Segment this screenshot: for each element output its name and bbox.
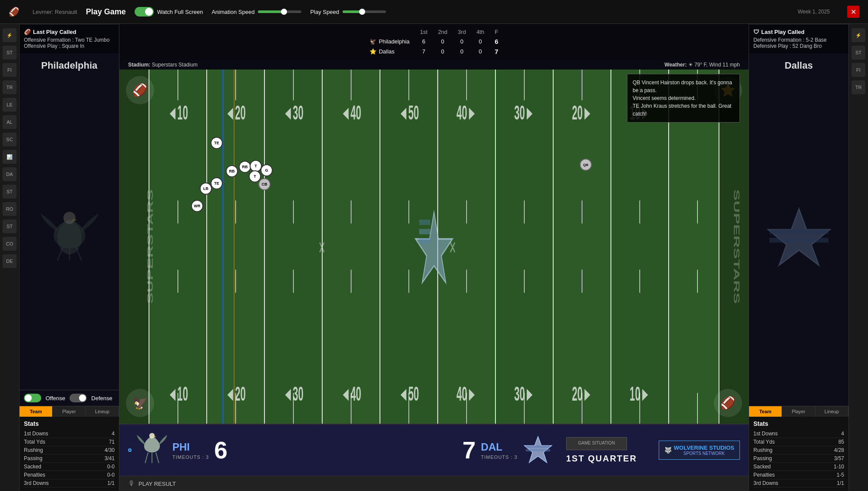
dal-q4: 0 [471,46,489,56]
right-stats-panel: Stats 1st Downs4 Total Yds85 Rushing4/28… [749,417,848,491]
player-rb-2[interactable]: RB [239,161,251,173]
right-stat-row-passing: Passing3/57 [753,455,844,463]
sidebar-icon-8[interactable]: 📊 [3,150,17,164]
phi-score-display: 6 [214,438,228,462]
mic-icon: 🎙 [128,480,135,488]
player-te-1[interactable]: TE [211,137,223,149]
app-logo: 🏈 [9,7,20,17]
right-tab-player[interactable]: Player [782,406,815,417]
stadium-info: Stadium: Superstars Stadium [128,62,198,68]
dallas-star-logo [764,205,834,275]
offense-toggle[interactable] [24,394,41,402]
main-area: ⚡ ST FI TR LE AL SC 📊 DA ST RO ST CO DE … [0,24,868,491]
svg-rect-86 [419,219,430,225]
studio-icon: 🐺 [664,447,672,454]
phi-q1: 6 [415,36,432,46]
player-rb-1[interactable]: RB [226,165,238,177]
offensive-formation: Offensive Formation : Two TE Jumbo [24,37,115,43]
sidebar-icon-6[interactable]: AL [3,115,17,129]
svg-text:◄30: ◄30 [283,382,304,405]
right-sidebar-icon-4[interactable]: TR [851,80,865,94]
right-stat-row-sacked: Sacked1-10 [753,463,844,471]
left-tab-player[interactable]: Player [53,406,86,417]
left-last-play-title: 🏈 Last Play Called [24,29,115,35]
player-cb-1[interactable]: CB [258,178,271,190]
phi-indicator [128,448,132,452]
eagle-logo [39,201,100,262]
watch-fullscreen-toggle[interactable]: Watch Full Screen [135,7,203,17]
offense-label: Offense [46,395,65,401]
left-tab-lineup[interactable]: Lineup [86,406,119,417]
sidebar-icon-2[interactable]: ST [3,46,17,60]
field-lines-svg: ✕ ✕ ◄10 ◄20 ◄30 ◄40 ◄50 40► 30► 20► 10► … [119,70,749,424]
scoreboard-header: 1st 2nd 3rd 4th F 🦅 Philadelphia [119,24,749,60]
score-table: 1st 2nd 3rd 4th F 🦅 Philadelphia [364,27,503,56]
svg-marker-85 [416,212,452,283]
dal-team-code-score: DAL TIMEOUTS : 3 [481,441,518,460]
svg-rect-94 [769,229,828,234]
left-sidebar: ⚡ ST FI TR LE AL SC 📊 DA ST RO ST CO DE [0,24,20,491]
defense-toggle[interactable] [69,394,87,402]
svg-text:◄30: ◄30 [283,101,304,124]
svg-text:30►: 30► [514,101,535,124]
dal-q1: 7 [415,46,432,56]
right-last-play-title: 🛡 Last Play Called [753,29,844,35]
sidebar-icon-7[interactable]: SC [3,133,17,146]
game-situation-box: GAME SITUATION [566,437,627,450]
play-result-bar: 🎙 PLAY RESULT [119,476,749,491]
phi-q2: 0 [433,36,453,46]
player-lb-1[interactable]: LB [200,182,212,195]
right-endzone-bottom-icon: 🏈 [714,389,742,417]
player-wr-1[interactable]: WR [191,200,203,212]
sidebar-icon-9[interactable]: DA [3,167,17,181]
right-tab-lineup[interactable]: Lineup [815,406,848,417]
svg-rect-87 [419,229,430,234]
svg-point-1 [63,212,76,224]
right-stat-row-1downs: 1st Downs4 [753,430,844,438]
sidebar-icon-4[interactable]: TR [3,80,17,94]
weather-info: Weather: ☀ 79° F, Wind 11 mph [664,62,740,68]
animation-speed-slider[interactable] [258,10,301,13]
watch-toggle-switch[interactable] [135,7,154,17]
play-speed-control: Play Speed [310,9,386,15]
svg-rect-9 [719,70,749,424]
right-sidebar-icon-2[interactable]: ST [851,46,865,60]
center-area: 1st 2nd 3rd 4th F 🦅 Philadelphia [119,24,749,491]
sidebar-icon-5[interactable]: LE [3,98,17,112]
sidebar-icon-12[interactable]: ST [3,219,17,233]
play-speed-slider[interactable] [343,10,386,13]
defense-label: Defense [91,395,112,401]
offensive-play: Offensive Play : Square In [24,43,115,49]
sidebar-icon-11[interactable]: RO [3,202,17,216]
close-button[interactable]: ✕ [847,6,859,18]
left-tab-team[interactable]: Team [20,406,53,417]
player-qb-def[interactable]: QB [580,159,592,171]
sidebar-icon-10[interactable]: ST [3,185,17,199]
left-last-play-box: 🏈 Last Play Called Offensive Formation :… [20,24,119,53]
left-stats-title: Stats [24,420,115,427]
svg-text:SUPERSTARS: SUPERSTARS [732,189,741,304]
sidebar-icon-3[interactable]: FI [3,63,17,77]
svg-text:◄50: ◄50 [399,101,419,124]
phi-team-icon: 🦅 [370,38,376,45]
stat-row-passing: Passing3/41 [24,455,115,463]
right-tab-team[interactable]: Team [749,406,782,417]
sidebar-icon-13[interactable]: CO [3,237,17,251]
sidebar-icon-1[interactable]: ⚡ [3,28,17,42]
phi-code: PHI [172,441,209,453]
right-sidebar-icon-1[interactable]: ⚡ [851,28,865,42]
q2-header: 2nd [433,27,453,36]
stat-row-penalties: Penalties0-0 [24,471,115,479]
stat-row-sacked: Sacked0-0 [24,463,115,471]
player-te-2[interactable]: TE [211,177,223,189]
play-result-label: PLAY RESULT [139,481,176,487]
commentary-line-2: Vincent seems determined. [633,94,734,102]
dal-total: 7 [489,46,503,56]
player-g-1[interactable]: G [261,164,273,176]
right-team-logo-area [749,73,848,406]
right-sidebar-icon-3[interactable]: FI [851,63,865,77]
q3-header: 3rd [452,27,471,36]
sidebar-icon-14[interactable]: DE [3,254,17,268]
svg-rect-91 [526,446,550,448]
svg-text:20►: 20► [572,101,592,124]
